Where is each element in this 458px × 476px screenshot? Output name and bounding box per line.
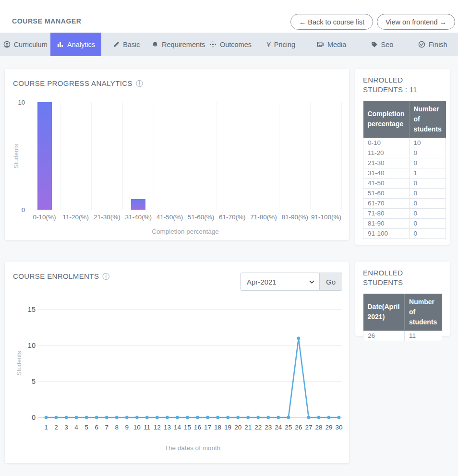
bar-column xyxy=(154,102,185,210)
table-row: 91-1000 xyxy=(363,228,446,238)
course-progress-analytics-card: COURSE PROGRESS ANALYTICS ⓘ 10 0 Student… xyxy=(5,69,349,240)
data-point xyxy=(327,416,331,419)
table-cell: 21-30 xyxy=(363,158,410,168)
bar-column xyxy=(248,102,279,210)
table-cell: 11 xyxy=(405,331,442,341)
tab-outcomes[interactable]: Outcomes xyxy=(205,33,255,56)
tab-finish[interactable]: Finish xyxy=(408,33,458,56)
table-cell: 0 xyxy=(409,188,446,198)
table-cell: 91-100 xyxy=(363,228,410,238)
data-point xyxy=(256,416,260,419)
data-point xyxy=(156,416,159,419)
course-progress-analytics-title: COURSE PROGRESS ANALYTICS xyxy=(13,79,133,87)
move-icon xyxy=(209,41,217,48)
table-cell: 26 xyxy=(363,331,405,341)
data-point xyxy=(115,416,119,419)
tab-pricing[interactable]: ¥Pricing xyxy=(256,33,306,56)
line-x-tick-label: 20 xyxy=(234,424,241,431)
view-on-frontend-button[interactable]: View on frontend → xyxy=(377,14,455,30)
data-point xyxy=(95,416,98,419)
line-x-tick-label: 29 xyxy=(325,424,332,431)
column-header: Completion percentage xyxy=(363,101,410,138)
line-x-tick-label: 2 xyxy=(54,424,58,431)
tab-analytics[interactable]: Analytics xyxy=(50,33,101,56)
tab-bar: CurriculumAnalyticsBasicRequirementsOutc… xyxy=(0,33,458,56)
line-x-tick-label: 6 xyxy=(95,424,98,431)
info-icon[interactable]: ⓘ xyxy=(136,80,143,87)
line-x-tick-label: 4 xyxy=(74,424,78,431)
line-x-tick-label: 14 xyxy=(174,424,181,431)
table-row: 41-500 xyxy=(363,178,446,188)
bar-x-tick-label: 51-60(%) xyxy=(185,214,217,221)
header: COURSE MANAGER ← Back to course list Vie… xyxy=(0,0,458,33)
data-point xyxy=(55,416,58,419)
line-x-tick-label: 9 xyxy=(125,424,129,431)
line-x-tick-label: 10 xyxy=(133,424,141,431)
line-x-tick-label: 18 xyxy=(214,424,221,431)
bar xyxy=(37,102,52,210)
table-cell: 1 xyxy=(409,168,446,178)
line-x-tick-label: 17 xyxy=(204,424,211,431)
bar-chart-icon xyxy=(57,41,64,48)
data-point xyxy=(125,416,129,419)
tab-seo[interactable]: Seo xyxy=(357,33,407,56)
data-point xyxy=(246,416,250,419)
data-point xyxy=(135,416,139,419)
bar-column xyxy=(217,102,248,210)
tab-basic[interactable]: Basic xyxy=(101,33,152,56)
line-y-tick-label: 10 xyxy=(28,342,36,349)
line-x-tick-label: 30 xyxy=(335,424,342,431)
back-to-course-list-button[interactable]: ← Back to course list xyxy=(290,14,373,30)
info-icon[interactable]: ⓘ xyxy=(102,273,109,280)
bar-column xyxy=(311,102,342,210)
bar-x-tick-label: 61-70(%) xyxy=(217,214,248,221)
bar-chart-y-axis-label: Students xyxy=(12,135,20,178)
table-row: 61-700 xyxy=(363,198,446,208)
table-cell: 0 xyxy=(409,148,446,158)
course-enrolments-title: COURSE ENROLMENTS xyxy=(13,272,99,280)
line-y-axis-label: Students xyxy=(15,351,23,376)
data-point xyxy=(317,416,321,419)
image-icon xyxy=(317,41,324,48)
bar-x-tick-label: 0-10(%) xyxy=(29,214,60,221)
bar xyxy=(131,199,145,210)
line-x-tick-label: 28 xyxy=(315,424,322,431)
table-cell: 0 xyxy=(409,208,446,218)
tag-icon xyxy=(371,41,378,48)
line-x-tick-label: 26 xyxy=(295,424,302,431)
course-enrolments-card: COURSE ENROLMENTS ⓘ Apr-2021 Go 05101512… xyxy=(5,262,349,463)
bar-x-tick-label: 71-80(%) xyxy=(248,214,279,221)
tab-label: Curriculum xyxy=(14,41,48,48)
line-x-tick-label: 7 xyxy=(105,424,108,431)
bar-chart-plot xyxy=(29,102,342,210)
data-point xyxy=(307,416,310,419)
line-y-tick-label: 15 xyxy=(28,307,36,313)
data-point xyxy=(65,416,68,419)
go-button[interactable]: Go xyxy=(320,273,342,291)
table-row: 71-800 xyxy=(363,208,446,218)
page: COURSE MANAGER ← Back to course list Vie… xyxy=(0,0,458,476)
enrolled-students-month-card: ENROLLED STUDENTS Date(April 2021)Number… xyxy=(355,262,450,336)
tab-requirements[interactable]: Requirements xyxy=(152,33,205,56)
line-x-tick-label: 12 xyxy=(154,424,161,431)
enrolled-students-summary-title: ENROLLED STUDENTS : 11 xyxy=(363,75,442,95)
check-circle-icon xyxy=(418,41,425,48)
bar-column xyxy=(279,102,311,210)
table-row: 2611 xyxy=(363,331,442,341)
column-header: Number of students xyxy=(409,101,446,138)
month-select[interactable]: Apr-2021 xyxy=(240,273,320,291)
bar-x-tick-label: 21-30(%) xyxy=(91,214,122,221)
enrolled-students-summary-card: ENROLLED STUDENTS : 11 Completion percen… xyxy=(355,69,450,245)
date-students-table: Date(April 2021)Number of students2611 xyxy=(363,294,442,341)
tab-media[interactable]: Media xyxy=(306,33,357,56)
data-point xyxy=(196,416,199,419)
table-row: 31-401 xyxy=(363,168,446,178)
tab-curriculum[interactable]: Curriculum xyxy=(0,33,50,56)
card-title-row: COURSE ENROLMENTS ⓘ xyxy=(13,272,110,280)
line-x-tick-label: 3 xyxy=(64,424,68,431)
tab-label: Media xyxy=(327,41,347,48)
data-point xyxy=(176,416,179,419)
table-cell: 0-10 xyxy=(363,138,410,148)
page-title: COURSE MANAGER xyxy=(12,17,82,25)
line-y-tick-label: 0 xyxy=(32,414,36,421)
